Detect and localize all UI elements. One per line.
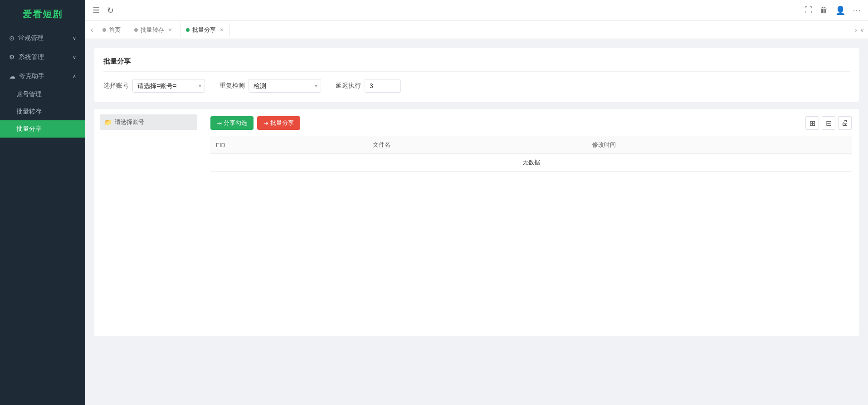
yike-chevron: ∧ <box>73 74 76 79</box>
app-logo: 爱看短剧 <box>0 0 85 29</box>
tab-batch-save-label: 批量转存 <box>141 26 164 34</box>
file-tree-placeholder[interactable]: 📁 请选择账号 <box>100 114 197 130</box>
tabbar: ‹ 首页 批量转存 ✕ 批量分享 ✕ › ∨ <box>85 21 868 39</box>
batch-save-label: 批量转存 <box>16 108 42 116</box>
settings-panel: 批量分享 选择账号 请选择=账号= 重复检测 检测 <box>94 48 859 102</box>
yike-label: 夸克助手 <box>19 72 44 80</box>
print-btn[interactable]: 🖨 <box>838 116 852 130</box>
yike-icon: ☁ <box>9 73 15 80</box>
batch-share-label: 批量分享 <box>16 125 42 133</box>
split-layout: 📁 请选择账号 ⇥ 分享勾选 ⇥ 批量分享 <box>94 109 859 336</box>
delay-label: 延迟执行 <box>336 82 361 90</box>
system-icon: ⚙ <box>9 54 15 61</box>
general-icon: ⊙ <box>9 35 15 42</box>
account-label: 账号管理 <box>16 90 42 99</box>
no-data-row: 无数据 <box>210 154 852 172</box>
delay-field: 延迟执行 <box>336 79 401 93</box>
sidebar-item-batch-share[interactable]: 批量分享 <box>0 120 85 138</box>
duplicate-field: 重复检测 检测 <box>219 79 321 93</box>
account-select[interactable]: 请选择=账号= <box>132 79 205 93</box>
no-data-text: 无数据 <box>210 154 852 172</box>
topbar: ☰ ↻ ⛶ 🗑 👤 ⋯ <box>85 0 868 21</box>
tab-home[interactable]: 首页 <box>97 23 127 37</box>
file-tree-placeholder-label: 请选择账号 <box>115 118 144 126</box>
tab-batch-share-label: 批量分享 <box>192 26 216 34</box>
duplicate-select[interactable]: 检测 <box>249 79 321 93</box>
delay-input[interactable] <box>365 79 401 93</box>
tab-expand-btn[interactable]: ∨ <box>860 26 864 34</box>
tab-batch-save-dot <box>134 28 138 32</box>
table-header-row: FID 文件名 修改时间 <box>210 136 852 154</box>
user-icon[interactable]: 👤 <box>835 5 845 15</box>
tab-batch-share-dot <box>186 28 190 32</box>
system-chevron: ∨ <box>73 54 76 60</box>
general-chevron: ∨ <box>73 35 76 41</box>
batch-share-icon: ⇥ <box>263 120 268 127</box>
duplicate-select-wrapper: 检测 <box>249 79 321 93</box>
column-btn[interactable]: ⊟ <box>822 116 835 130</box>
action-row: ⇥ 分享勾选 ⇥ 批量分享 ⊞ ⊟ 🖨 <box>210 116 852 130</box>
share-select-btn[interactable]: ⇥ 分享勾选 <box>210 116 254 130</box>
tab-batch-share[interactable]: 批量分享 ✕ <box>180 23 230 37</box>
more-icon[interactable]: ⋯ <box>853 5 861 15</box>
form-row: 选择账号 请选择=账号= 重复检测 检测 <box>103 79 850 93</box>
sidebar-group-yike[interactable]: ☁ 夸克助手 ∧ <box>0 67 85 86</box>
table-panel: ⇥ 分享勾选 ⇥ 批量分享 ⊞ ⊟ 🖨 <box>203 109 859 336</box>
action-row-right: ⊞ ⊟ 🖨 <box>805 116 852 130</box>
folder-icon: 📁 <box>104 119 112 126</box>
page-title: 批量分享 <box>103 57 850 72</box>
sidebar-group-general[interactable]: ⊙ 常规管理 ∨ <box>0 29 85 48</box>
sidebar-item-account[interactable]: 账号管理 <box>0 86 85 103</box>
tab-nav-prev[interactable]: ‹ <box>89 26 95 34</box>
batch-share-label: 批量分享 <box>270 119 294 127</box>
batch-share-btn[interactable]: ⇥ 批量分享 <box>257 116 300 130</box>
sidebar-item-batch-save[interactable]: 批量转存 <box>0 103 85 120</box>
page-content: 批量分享 选择账号 请选择=账号= 重复检测 检测 <box>85 39 868 405</box>
main-content: ☰ ↻ ⛶ 🗑 👤 ⋯ ‹ 首页 批量转存 ✕ 批量分享 ✕ › ∨ <box>85 0 868 405</box>
col-filename: 文件名 <box>367 136 587 154</box>
system-label: 系统管理 <box>19 53 44 61</box>
account-label: 选择账号 <box>103 82 129 90</box>
file-tree-panel: 📁 请选择账号 <box>94 109 203 336</box>
sidebar-group-system[interactable]: ⚙ 系统管理 ∨ <box>0 48 85 67</box>
refresh-icon[interactable]: ↻ <box>107 5 114 15</box>
tab-batch-save-close[interactable]: ✕ <box>168 27 172 33</box>
table-body: 无数据 <box>210 154 852 172</box>
action-row-left: ⇥ 分享勾选 ⇥ 批量分享 <box>210 116 300 130</box>
delete-icon[interactable]: 🗑 <box>820 5 828 15</box>
fullscreen-icon[interactable]: ⛶ <box>805 5 813 15</box>
table-view-btn[interactable]: ⊞ <box>805 116 819 130</box>
tab-home-label: 首页 <box>109 26 121 34</box>
tab-forward-btn[interactable]: › <box>855 26 857 34</box>
share-select-label: 分享勾选 <box>224 119 247 127</box>
duplicate-label: 重复检测 <box>219 82 245 90</box>
menu-icon[interactable]: ☰ <box>93 5 100 15</box>
tab-home-dot <box>102 28 106 32</box>
col-fid: FID <box>210 136 367 154</box>
share-select-icon: ⇥ <box>217 120 222 127</box>
account-select-wrapper: 请选择=账号= <box>132 79 205 93</box>
general-label: 常规管理 <box>18 34 44 42</box>
tab-batch-share-close[interactable]: ✕ <box>219 27 224 33</box>
tab-batch-save[interactable]: 批量转存 ✕ <box>128 23 178 37</box>
sidebar: 爱看短剧 ⊙ 常规管理 ∨ ⚙ 系统管理 ∨ ☁ 夸克助手 ∧ 账号管理 批量转… <box>0 0 85 405</box>
col-modified: 修改时间 <box>587 136 852 154</box>
account-field: 选择账号 请选择=账号= <box>103 79 205 93</box>
data-table: FID 文件名 修改时间 无数据 <box>210 136 852 172</box>
